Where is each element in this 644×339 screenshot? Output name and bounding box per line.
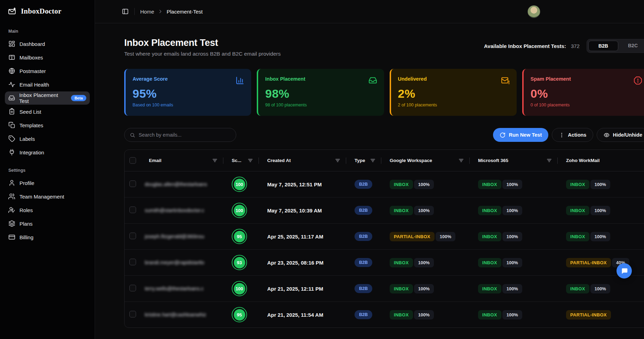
toggle-option-b2b[interactable]: B2B <box>588 41 618 51</box>
row-type-cell: B2B <box>346 232 381 241</box>
sidebar-item-integration[interactable]: Integration <box>5 146 90 159</box>
sidebar-item-email-health[interactable]: Email Health <box>5 78 90 91</box>
row-email: douglas.allen@thestarloans <box>145 181 207 187</box>
stat-label: Spam Placement <box>531 76 571 82</box>
search-box <box>124 128 236 142</box>
row-score-cell: 95 <box>223 307 259 322</box>
templates-icon <box>8 122 15 129</box>
app-logo[interactable]: InboxDoctor <box>5 6 90 16</box>
clipboard-icon <box>8 108 15 115</box>
sidebar-item-label: Mailboxes <box>19 55 43 60</box>
row-type-cell: B2B <box>346 180 381 189</box>
search-input[interactable] <box>139 132 231 138</box>
row-checkbox[interactable] <box>129 311 136 317</box>
stat-subtext: Based on 100 emails <box>133 103 244 107</box>
table-row[interactable]: brandi.meyer@rapidstartlo 93 Apr 23, 202… <box>125 250 644 276</box>
type-badge: B2B <box>355 284 372 293</box>
hide-unhide-button[interactable]: Hide/Unhide <box>597 128 644 142</box>
row-checkbox[interactable] <box>129 233 136 239</box>
table-row[interactable]: kristine.hart@cashloanwhiz 95 Apr 21, 20… <box>125 302 644 328</box>
sidebar-nav: MainDashboardMailboxesPostmasterEmail He… <box>5 29 90 244</box>
plug-icon <box>8 149 15 156</box>
row-checkbox[interactable] <box>129 180 136 187</box>
dashboard-icon <box>8 40 15 47</box>
row-checkbox[interactable] <box>129 207 136 213</box>
search-icon <box>130 132 135 138</box>
actions-button[interactable]: Actions <box>552 128 593 142</box>
filter-icon[interactable] <box>247 158 253 163</box>
placement-status: INBOX <box>566 206 589 215</box>
row-type-cell: B2B <box>346 310 381 319</box>
run-new-test-button[interactable]: Run New Test <box>493 128 548 142</box>
microsoft-365-cell: INBOX 100% <box>470 180 558 189</box>
sidebar-item-label: Billing <box>19 234 33 240</box>
placement-badge: PARTIAL-INBOX 100% <box>390 232 455 241</box>
row-checkbox[interactable] <box>129 259 136 265</box>
select-all-checkbox[interactable] <box>129 157 136 164</box>
filter-icon[interactable] <box>335 158 341 163</box>
sidebar-toggle-icon[interactable] <box>122 8 129 15</box>
chevron-right-icon <box>158 9 163 14</box>
row-email-cell: brandi.meyer@rapidstartlo <box>141 259 223 266</box>
sidebar-item-dashboard[interactable]: Dashboard <box>5 37 90 50</box>
stat-label: Average Score <box>133 76 168 82</box>
available-tests: Available Inbox Placement Tests: 372 B2B… <box>484 39 644 53</box>
table-row[interactable]: terry.wells@thestarloans.c 100 Apr 21, 2… <box>125 276 644 302</box>
column-label: Google Workspace <box>390 158 432 163</box>
table-row[interactable]: douglas.allen@thestarloans 100 May 7, 20… <box>125 171 644 197</box>
sidebar-item-templates[interactable]: Templates <box>5 119 90 132</box>
row-checkbox-cell <box>125 259 141 267</box>
table-row[interactable]: sumith@startinboxdoctor.c 100 May 7, 202… <box>125 197 644 224</box>
score-value: 100 <box>234 283 245 294</box>
placement-status: INBOX <box>478 206 501 215</box>
sidebar-item-postmaster[interactable]: Postmaster <box>5 64 90 78</box>
filter-icon[interactable] <box>212 158 218 163</box>
stat-value: 95% <box>133 87 244 100</box>
breadcrumb-home[interactable]: Home <box>140 9 154 15</box>
microsoft-365-cell: INBOX 100% <box>470 206 558 215</box>
filter-icon[interactable] <box>546 158 552 163</box>
toggle-option-b2c[interactable]: B2C <box>618 41 644 51</box>
score-badge: 100 <box>232 203 247 218</box>
sidebar-item-inbox-placement-test[interactable]: Inbox Placement TestBeta <box>5 91 90 105</box>
filter-icon[interactable] <box>458 158 464 163</box>
select-all-cell <box>125 150 141 171</box>
sidebar-item-team-management[interactable]: Team Management <box>5 190 90 203</box>
sidebar-item-roles[interactable]: Roles <box>5 203 90 217</box>
placement-status: INBOX <box>478 284 501 293</box>
score-badge: 100 <box>232 177 247 192</box>
row-checkbox[interactable] <box>129 285 136 291</box>
column-label: Sc... <box>232 158 241 163</box>
roles-icon <box>8 207 15 213</box>
google-workspace-cell: INBOX 100% <box>381 284 470 293</box>
page-content: Inbox Placement Test Test where your ema… <box>95 23 644 328</box>
table-toolbar: Run New Test Actions Hide/Unhide <box>124 128 644 142</box>
stat-card-spam-placement: Spam Placement0%0 of 100 placements <box>522 69 644 116</box>
inbox-tray-icon <box>368 76 377 85</box>
envelope-logo-icon <box>7 7 17 16</box>
placement-percent: 100% <box>590 284 610 293</box>
column-header-microsoft-365: Microsoft 365 <box>470 150 558 171</box>
sidebar-item-profile[interactable]: Profile <box>5 176 90 189</box>
placement-percent: 100% <box>590 206 610 215</box>
placement-status: INBOX <box>478 180 501 189</box>
placement-status: INBOX <box>478 310 501 320</box>
row-created-at: May 7, 2025, 10:39 AM <box>259 208 346 213</box>
table-row[interactable]: joseph.fitzgerald@360insu 95 Apr 25, 202… <box>125 224 644 250</box>
placement-percent: 100% <box>502 206 522 215</box>
column-header-google-workspace: Google Workspace <box>381 150 470 171</box>
sidebar-item-mailboxes[interactable]: Mailboxes <box>5 51 90 64</box>
row-type-cell: B2B <box>346 284 381 293</box>
available-tests-label: Available Inbox Placement Tests: <box>484 43 566 49</box>
chat-launcher-button[interactable] <box>617 263 632 279</box>
placement-badge: INBOX 100% <box>566 232 610 241</box>
row-email-cell: sumith@startinboxdoctor.c <box>141 207 223 213</box>
sidebar-item-billing[interactable]: Billing <box>5 231 90 244</box>
zoho-workmail-cell: INBOX 100% <box>558 232 644 241</box>
sidebar-item-label: Labels <box>19 136 35 142</box>
sidebar-item-plans[interactable]: Plans <box>5 217 90 230</box>
user-avatar[interactable] <box>527 5 540 18</box>
sidebar-item-seed-list[interactable]: Seed List <box>5 105 90 118</box>
filter-icon[interactable] <box>370 158 376 163</box>
sidebar-item-labels[interactable]: Labels <box>5 132 90 145</box>
